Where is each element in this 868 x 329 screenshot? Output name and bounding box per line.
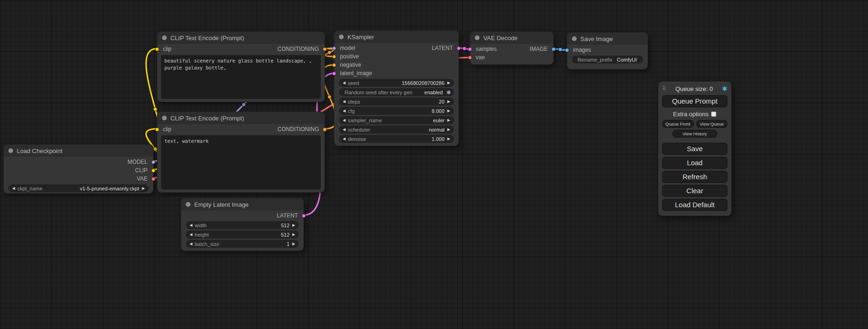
widget-steps[interactable]: ◀ steps 20 ▶ <box>339 98 454 105</box>
drag-handle-icon[interactable]: ⠿ <box>662 85 666 92</box>
node-load-checkpoint: Load Checkpoint MODEL CLIP VAE ◀ ckpt_na… <box>4 145 153 193</box>
decrement-arrow-icon[interactable]: ◀ <box>341 126 347 133</box>
widget-label: cfg <box>348 108 355 114</box>
load-default-button[interactable]: Load Default <box>662 199 727 211</box>
widget-label: scheduler <box>348 127 370 133</box>
node-titlebar[interactable]: KSampler <box>334 31 459 43</box>
collapse-dot[interactable] <box>162 35 167 40</box>
input-slot-vae[interactable] <box>468 56 472 60</box>
widget-filename-prefix[interactable]: filename_prefix ComfyUI <box>572 56 643 63</box>
node-title: KSampler <box>347 34 374 41</box>
extra-options-checkbox[interactable] <box>711 112 716 117</box>
view-queue-button[interactable]: View Queue <box>696 120 728 128</box>
widget-width[interactable]: ◀ width 512 ▶ <box>186 221 299 229</box>
output-slot-model[interactable] <box>151 160 155 164</box>
output-slot-vae[interactable] <box>151 177 155 181</box>
node-title: Save Image <box>580 35 613 42</box>
positive-prompt-textarea[interactable]: beautiful scenery nature glass bottle la… <box>161 55 321 99</box>
decrement-arrow-icon[interactable]: ◀ <box>341 79 347 87</box>
wire-midpoint-dot <box>154 147 157 151</box>
increment-arrow-icon[interactable]: ▶ <box>446 116 452 124</box>
collapse-dot[interactable] <box>339 35 344 39</box>
widget-ckpt-name[interactable]: ◀ ckpt_name v1-5-pruned-emaonly.ckpt ▶ <box>8 184 148 192</box>
decrement-arrow-icon[interactable]: ◀ <box>341 107 347 115</box>
input-slot-samples[interactable] <box>468 47 472 51</box>
decrement-arrow-icon[interactable]: ◀ <box>341 116 347 124</box>
widget-height[interactable]: ◀ height 512 ▶ <box>186 231 299 238</box>
clear-button[interactable]: Clear <box>662 185 727 197</box>
increment-arrow-icon[interactable]: ▶ <box>446 126 452 133</box>
widget-seed[interactable]: ◀ seed 156680208700286 ▶ <box>339 79 454 87</box>
node-vae-decode: VAE Decode samples IMAGE vae <box>470 32 553 64</box>
queue-front-button[interactable]: Queue Front <box>662 120 694 128</box>
slot-row: images <box>567 46 648 54</box>
input-slot-clip[interactable] <box>155 47 159 51</box>
widget-value: euler <box>433 118 445 123</box>
widget-random-seed-toggle[interactable]: Random seed after every gen enabled <box>339 88 454 96</box>
output-slot-latent[interactable] <box>302 214 306 218</box>
node-titlebar[interactable]: Empty Latent Image <box>181 198 303 210</box>
settings-gear-icon[interactable]: ✱ <box>722 85 727 92</box>
decrement-arrow-icon[interactable]: ◀ <box>11 184 16 192</box>
increment-arrow-icon[interactable]: ▶ <box>291 240 296 248</box>
widget-scheduler[interactable]: ◀ scheduler normal ▶ <box>339 126 454 133</box>
increment-arrow-icon[interactable]: ▶ <box>141 184 146 192</box>
output-label-conditioning: CONDITIONING <box>277 46 319 52</box>
decrement-arrow-icon[interactable]: ◀ <box>188 240 194 248</box>
collapse-dot[interactable] <box>8 148 13 153</box>
input-slot-images[interactable] <box>565 48 569 52</box>
load-button[interactable]: Load <box>662 157 727 169</box>
node-titlebar[interactable]: VAE Decode <box>470 32 553 44</box>
widget-sampler-name[interactable]: ◀ sampler_name euler ▶ <box>339 116 454 124</box>
slot-row: samples IMAGE <box>470 45 553 53</box>
increment-arrow-icon[interactable]: ▶ <box>446 79 452 87</box>
widget-value: ComfyUI <box>617 57 637 63</box>
output-label-clip: CLIP <box>135 167 148 174</box>
refresh-button[interactable]: Refresh <box>662 171 727 183</box>
collapse-dot[interactable] <box>162 116 167 120</box>
input-slot-latent-image[interactable] <box>332 71 336 76</box>
input-slot-negative[interactable] <box>332 63 336 67</box>
input-slot-model[interactable] <box>332 46 336 50</box>
input-label-model: model <box>340 45 355 51</box>
increment-arrow-icon[interactable]: ▶ <box>291 221 296 229</box>
node-title: VAE Decode <box>483 35 517 42</box>
collapse-dot[interactable] <box>186 202 191 207</box>
negative-prompt-textarea[interactable]: text, watermark <box>161 135 321 189</box>
queue-prompt-button[interactable]: Queue Prompt <box>662 95 727 107</box>
widget-label: sampler_name <box>348 118 382 123</box>
decrement-arrow-icon[interactable]: ◀ <box>188 231 194 238</box>
workflow-buttons: Save Load Refresh Clear Load Default <box>662 143 727 211</box>
save-button[interactable]: Save <box>662 143 727 155</box>
input-slot-clip[interactable] <box>155 127 159 132</box>
node-clip-text-encode-positive: CLIP Text Encode (Prompt) clip CONDITION… <box>157 32 325 102</box>
output-slot-conditioning[interactable] <box>323 47 327 51</box>
node-title: CLIP Text Encode (Prompt) <box>170 35 244 42</box>
output-slot-clip[interactable] <box>151 168 155 173</box>
node-titlebar[interactable]: Load Checkpoint <box>4 145 153 157</box>
widget-denoise[interactable]: ◀ denoise 1.000 ▶ <box>339 135 454 143</box>
input-label-vae: vae <box>476 54 485 61</box>
widget-batch-size[interactable]: ◀ batch_size 1 ▶ <box>186 240 299 248</box>
increment-arrow-icon[interactable]: ▶ <box>446 98 452 105</box>
collapse-dot[interactable] <box>572 36 577 41</box>
toggle-knob[interactable] <box>446 90 451 95</box>
increment-arrow-icon[interactable]: ▶ <box>446 107 452 115</box>
increment-arrow-icon[interactable]: ▶ <box>291 231 296 238</box>
output-slot-image[interactable] <box>551 47 556 51</box>
widget-cfg[interactable]: ◀ cfg 8.000 ▶ <box>339 107 454 115</box>
collapse-dot[interactable] <box>475 35 480 40</box>
output-slot-latent[interactable] <box>457 46 461 50</box>
node-titlebar[interactable]: CLIP Text Encode (Prompt) <box>157 32 325 44</box>
decrement-arrow-icon[interactable]: ◀ <box>341 98 347 105</box>
decrement-arrow-icon[interactable]: ◀ <box>188 221 194 229</box>
node-titlebar[interactable]: CLIP Text Encode (Prompt) <box>157 112 325 124</box>
increment-arrow-icon[interactable]: ▶ <box>446 135 452 143</box>
input-slot-positive[interactable] <box>332 55 336 59</box>
widget-value: normal <box>429 127 445 133</box>
node-titlebar[interactable]: Save Image <box>567 33 648 45</box>
output-slot-conditioning[interactable] <box>323 127 327 132</box>
widget-label: seed <box>348 80 359 86</box>
decrement-arrow-icon[interactable]: ◀ <box>341 135 347 143</box>
view-history-button[interactable]: View History <box>672 130 717 138</box>
